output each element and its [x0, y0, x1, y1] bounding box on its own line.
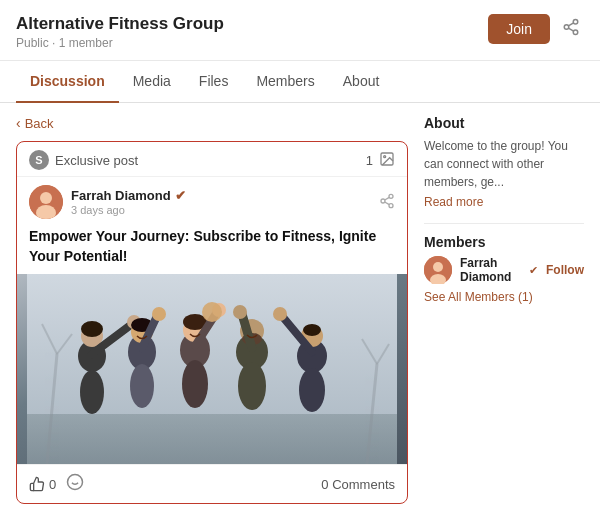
- content-area: ‹ Back S Exclusive post 1: [0, 103, 600, 516]
- tab-media[interactable]: Media: [119, 61, 185, 103]
- member-verified-icon: ✔: [529, 264, 538, 277]
- share-icon: [562, 18, 580, 36]
- post-author-row: Farrah Diamond ✔ 3 days ago: [17, 177, 407, 223]
- comments-count: 0 Comments: [321, 477, 395, 492]
- share-post-icon: [379, 193, 395, 209]
- tab-about[interactable]: About: [329, 61, 394, 103]
- sidebar: About Welcome to the group! You can conn…: [424, 115, 584, 504]
- group-name: Alternative Fitness Group: [16, 14, 224, 34]
- author-name: Farrah Diamond: [71, 188, 171, 203]
- svg-line-3: [568, 28, 573, 31]
- like-count: 0: [49, 477, 56, 492]
- join-button[interactable]: Join: [488, 14, 550, 44]
- subscription-icon: S: [29, 150, 49, 170]
- tab-files[interactable]: Files: [185, 61, 243, 103]
- member-row: Farrah Diamond ✔ Follow: [424, 256, 584, 284]
- post-card: S Exclusive post 1: [16, 141, 408, 504]
- post-title: Empower Your Journey: Subscribe to Fitne…: [17, 223, 407, 274]
- svg-point-53: [202, 302, 222, 322]
- exclusive-badge: S Exclusive post: [29, 150, 138, 170]
- member-name: Farrah Diamond: [460, 256, 525, 284]
- post-count: 1: [366, 153, 373, 168]
- svg-point-1: [564, 25, 569, 30]
- svg-point-12: [389, 203, 393, 207]
- about-text: Welcome to the group! You can connect wi…: [424, 137, 584, 191]
- read-more-link[interactable]: Read more: [424, 195, 584, 209]
- post-top-bar: S Exclusive post 1: [17, 142, 407, 177]
- group-meta: Public · 1 member: [16, 36, 224, 50]
- back-label: Back: [25, 116, 54, 131]
- main-column: ‹ Back S Exclusive post 1: [16, 115, 408, 504]
- back-button[interactable]: ‹ Back: [16, 115, 54, 131]
- svg-point-49: [303, 324, 321, 336]
- share-icon-btn[interactable]: [558, 14, 584, 44]
- svg-line-13: [385, 202, 390, 205]
- svg-point-8: [40, 192, 52, 204]
- svg-line-4: [568, 23, 573, 26]
- post-image: [17, 274, 407, 464]
- svg-point-25: [81, 321, 103, 337]
- member-avatar: [424, 256, 452, 284]
- footer-left: 0: [29, 473, 84, 495]
- svg-point-51: [273, 307, 287, 321]
- svg-point-11: [381, 199, 385, 203]
- members-section-title: Members: [424, 234, 584, 250]
- author-avatar: [29, 185, 63, 219]
- image-icon: [379, 151, 395, 170]
- post-top-right: 1: [366, 151, 395, 170]
- group-info: Alternative Fitness Group Public · 1 mem…: [16, 14, 224, 50]
- like-button[interactable]: 0: [29, 476, 56, 492]
- svg-point-33: [152, 307, 166, 321]
- member-name-wrap: Farrah Diamond ✔: [460, 256, 538, 284]
- svg-point-34: [130, 364, 154, 408]
- svg-point-52: [299, 368, 325, 412]
- sidebar-members-section: Members Farrah Diamond ✔ Follow: [424, 234, 584, 304]
- chevron-left-icon: ‹: [16, 115, 21, 131]
- svg-line-14: [385, 197, 390, 200]
- svg-point-6: [384, 155, 386, 157]
- thumbs-up-icon: [29, 476, 45, 492]
- author-details: Farrah Diamond ✔ 3 days ago: [71, 188, 186, 216]
- svg-point-0: [573, 20, 578, 25]
- see-all-members-link[interactable]: See All Members (1): [424, 290, 584, 304]
- tab-discussion[interactable]: Discussion: [16, 61, 119, 103]
- svg-point-10: [389, 194, 393, 198]
- sidebar-about-section: About Welcome to the group! You can conn…: [424, 115, 584, 209]
- svg-rect-16: [27, 414, 397, 464]
- svg-point-40: [182, 360, 208, 408]
- verified-icon: ✔: [175, 188, 186, 203]
- tab-members[interactable]: Members: [242, 61, 328, 103]
- svg-point-58: [433, 262, 443, 272]
- nav-tabs: Discussion Media Files Members About: [0, 61, 600, 103]
- svg-point-28: [80, 370, 104, 414]
- group-header: Alternative Fitness Group Public · 1 mem…: [0, 0, 600, 61]
- header-actions: Join: [488, 14, 584, 44]
- exclusive-label: Exclusive post: [55, 153, 138, 168]
- svg-point-54: [68, 475, 83, 490]
- emoji-button[interactable]: [66, 473, 84, 495]
- divider: [424, 223, 584, 224]
- emoji-icon: [66, 473, 84, 491]
- post-time: 3 days ago: [71, 204, 186, 216]
- follow-button[interactable]: Follow: [546, 263, 584, 277]
- author-name-row: Farrah Diamond ✔: [71, 188, 186, 203]
- author-info: Farrah Diamond ✔ 3 days ago: [29, 185, 186, 219]
- svg-point-46: [238, 362, 266, 410]
- about-section-title: About: [424, 115, 584, 131]
- svg-point-45: [233, 305, 247, 319]
- post-footer: 0 0 Comments: [17, 464, 407, 503]
- share-post-button[interactable]: [379, 193, 395, 212]
- svg-point-2: [573, 30, 578, 35]
